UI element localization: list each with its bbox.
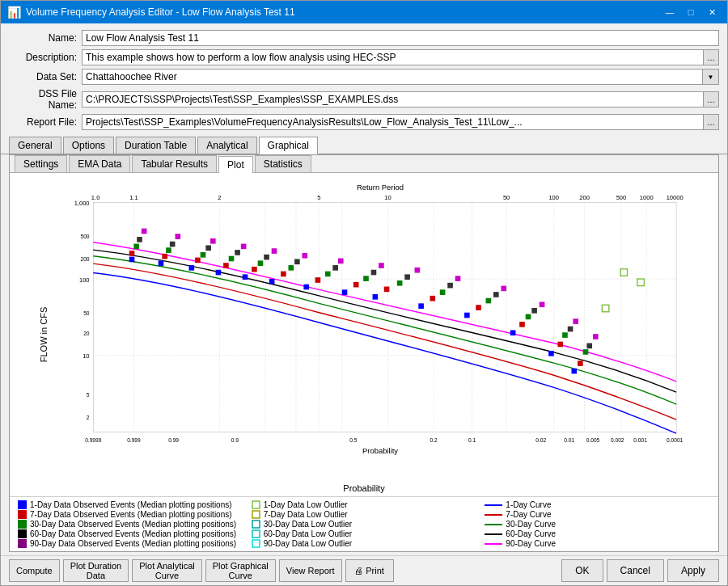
svg-text:100: 100 bbox=[79, 276, 90, 284]
apply-button[interactable]: Apply bbox=[667, 559, 719, 582]
plot-duration-data-button[interactable]: Plot Duration Data bbox=[63, 559, 129, 582]
legend-item: 60-Day Curve bbox=[485, 529, 710, 538]
description-label: Description: bbox=[9, 52, 82, 63]
inner-tab-plot[interactable]: Plot bbox=[218, 156, 253, 173]
svg-rect-37 bbox=[129, 257, 135, 263]
svg-rect-133 bbox=[18, 529, 27, 538]
svg-text:0.2: 0.2 bbox=[430, 438, 438, 444]
svg-rect-95 bbox=[175, 234, 180, 239]
svg-text:0.01: 0.01 bbox=[564, 438, 574, 444]
legend-swatch-icon bbox=[18, 510, 27, 519]
legend-swatch-icon bbox=[252, 500, 260, 509]
svg-text:Probability: Probability bbox=[362, 446, 398, 455]
svg-rect-81 bbox=[170, 242, 176, 247]
legend-item: 7-Day Data Observed Events (Median plott… bbox=[18, 510, 243, 519]
legend-item: 1-Day Data Low Outlier bbox=[252, 500, 477, 509]
svg-rect-124 bbox=[18, 500, 27, 509]
dss-browse-button[interactable]: … bbox=[703, 91, 719, 108]
window-title: Volume Frequency Analysis Editor - Low F… bbox=[26, 6, 661, 18]
outer-tab-general[interactable]: General bbox=[9, 137, 61, 154]
legend-swatch-icon bbox=[252, 529, 260, 538]
description-input[interactable] bbox=[82, 49, 703, 65]
legend-text: 1-Day Data Observed Events (Median plott… bbox=[30, 500, 232, 509]
outer-tab-duration-table[interactable]: Duration Table bbox=[116, 137, 196, 154]
svg-rect-107 bbox=[593, 334, 599, 339]
titlebar-controls: — □ ✕ bbox=[661, 5, 721, 19]
inner-tab-ema-data[interactable]: EMA Data bbox=[69, 155, 130, 172]
svg-rect-87 bbox=[371, 270, 377, 276]
inner-tab-tabular-results[interactable]: Tabular Results bbox=[132, 155, 217, 172]
svg-rect-134 bbox=[252, 530, 260, 538]
legend-text: 90-Day Data Low Outlier bbox=[264, 539, 353, 548]
description-field: … bbox=[82, 49, 719, 65]
name-row: Name: bbox=[9, 30, 719, 46]
legend-item: 1-Day Data Observed Events (Median plott… bbox=[18, 500, 243, 509]
view-report-button[interactable]: View Report bbox=[279, 559, 342, 582]
print-button[interactable]: 🖨 Print bbox=[345, 559, 394, 582]
plot-duration-line2: Data bbox=[87, 571, 105, 580]
cancel-button[interactable]: Cancel bbox=[607, 559, 664, 582]
chart-title: Return Period bbox=[357, 183, 404, 192]
chart-svg: Return Period 1.0 1.1 2 5 10 50 100 200 … bbox=[50, 181, 710, 464]
legend-item: 7-Day Curve bbox=[485, 510, 710, 519]
svg-text:0.9999: 0.9999 bbox=[85, 438, 102, 444]
dss-label: DSS File Name: bbox=[9, 88, 82, 111]
legend-swatch-icon bbox=[18, 500, 27, 509]
plot-analytical-curve-button[interactable]: Plot Analytical Curve bbox=[132, 559, 201, 582]
legend-text: 90-Day Curve bbox=[506, 539, 556, 548]
dataset-label: Data Set: bbox=[9, 71, 82, 82]
svg-text:500: 500 bbox=[616, 194, 627, 201]
dss-input[interactable] bbox=[82, 91, 703, 108]
dataset-dropdown-button[interactable]: ▼ bbox=[703, 69, 719, 85]
inner-tab-statistics[interactable]: Statistics bbox=[255, 155, 311, 172]
legend-text: 1-Day Data Low Outlier bbox=[264, 500, 348, 509]
outer-tab-options[interactable]: Options bbox=[63, 137, 114, 154]
svg-text:0.999: 0.999 bbox=[127, 438, 141, 444]
plot-graphical-line1: Plot Graphical bbox=[213, 561, 269, 571]
svg-rect-47 bbox=[464, 313, 470, 318]
outer-tab-analytical[interactable]: Analytical bbox=[197, 137, 256, 154]
svg-rect-65 bbox=[133, 244, 139, 250]
maximize-button[interactable]: □ bbox=[682, 5, 700, 19]
svg-rect-102 bbox=[415, 268, 421, 273]
plot-analytical-line1: Plot Analytical bbox=[139, 561, 194, 571]
plot-graphical-curve-button[interactable]: Plot Graphical Curve bbox=[205, 559, 276, 582]
report-browse-button[interactable]: … bbox=[703, 114, 719, 130]
outer-tab-graphical[interactable]: Graphical bbox=[259, 137, 318, 154]
svg-rect-77 bbox=[562, 332, 568, 338]
svg-rect-99 bbox=[303, 253, 308, 259]
description-row: Description: … bbox=[9, 49, 719, 65]
svg-rect-91 bbox=[531, 308, 537, 314]
svg-rect-104 bbox=[501, 286, 506, 292]
inner-tab-bar: SettingsEMA DataTabular ResultsPlotStati… bbox=[10, 155, 718, 173]
svg-rect-57 bbox=[315, 277, 321, 283]
svg-rect-61 bbox=[476, 305, 481, 310]
svg-rect-62 bbox=[519, 322, 525, 327]
report-input[interactable] bbox=[82, 114, 703, 130]
dataset-input[interactable] bbox=[82, 69, 703, 85]
legend-text: 7-Day Curve bbox=[506, 510, 551, 519]
legend-text: 90-Day Data Observed Events (Median plot… bbox=[30, 539, 236, 548]
plot-area: FLOW in CFS Probability Return Period 1.… bbox=[10, 173, 718, 496]
svg-rect-130 bbox=[18, 520, 27, 529]
close-button[interactable]: ✕ bbox=[703, 5, 721, 19]
svg-rect-105 bbox=[540, 301, 545, 307]
name-input[interactable] bbox=[82, 30, 719, 46]
compute-button[interactable]: Compute bbox=[9, 559, 60, 582]
svg-rect-39 bbox=[189, 265, 195, 271]
plot-analytical-line2: Curve bbox=[155, 571, 179, 580]
description-browse-button[interactable]: … bbox=[703, 49, 719, 65]
legend-swatch-icon bbox=[252, 520, 260, 529]
minimize-button[interactable]: — bbox=[661, 5, 679, 19]
svg-rect-58 bbox=[353, 282, 359, 288]
svg-rect-83 bbox=[235, 250, 240, 255]
svg-rect-63 bbox=[557, 342, 563, 348]
svg-rect-82 bbox=[205, 245, 211, 251]
svg-text:50: 50 bbox=[503, 194, 510, 201]
svg-text:0.5: 0.5 bbox=[349, 438, 358, 444]
ok-button[interactable]: OK bbox=[561, 559, 603, 582]
legend-swatch-icon bbox=[252, 510, 260, 519]
svg-rect-40 bbox=[216, 270, 222, 276]
svg-rect-97 bbox=[241, 244, 247, 250]
inner-tab-settings[interactable]: Settings bbox=[15, 155, 67, 172]
